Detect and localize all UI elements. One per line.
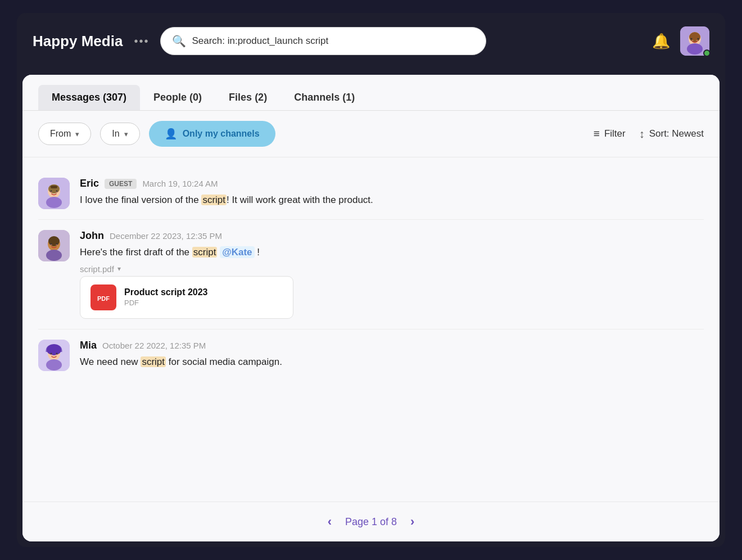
svg-point-19 [48,236,60,246]
message-author-eric: Eric [80,178,99,189]
pdf-type: PDF [124,299,208,307]
svg-point-34 [56,354,58,355]
text-before-2: Here's the first draft of the [80,247,192,258]
attachment-chevron-icon[interactable]: ▾ [117,265,121,273]
message-time-john: December 22 2023, 12:35 PM [110,231,222,241]
message-header-john: John December 22 2023, 12:35 PM [80,230,704,242]
tab-channels[interactable]: Channels (1) [280,85,368,110]
svg-point-7 [696,40,698,41]
search-input[interactable] [192,35,474,47]
app-title: Happy Media [33,33,123,50]
header-dots[interactable]: ••• [134,35,149,48]
header: Happy Media ••• 🔍 🔔 [17,13,725,69]
svg-point-16 [56,192,58,193]
sort-label: Sort: Newest [649,128,704,139]
main-content: Messages (307) People (0) Files (2) Chan… [22,75,720,541]
search-icon: 🔍 [172,34,186,48]
my-channels-label: Only my channels [183,129,260,139]
text-before-1: I love the final version of the [80,195,201,205]
message-body-eric: Eric GUEST March 19, 10:24 AM I love the… [80,178,704,209]
avatar-mia [38,340,70,371]
prev-page-button[interactable]: ‹ [328,514,332,529]
page-label: Page 1 of 8 [345,516,397,528]
sort-icon: ↕ [639,128,645,141]
message-header-eric: Eric GUEST March 19, 10:24 AM [80,178,704,189]
message-text-eric: I love the final version of the script! … [80,193,704,207]
text-after-2: ! [255,247,260,258]
messages-list: Eric GUEST March 19, 10:24 AM I love the… [22,157,720,502]
message-body-mia: Mia October 22 2022, 12:35 PM We need ne… [80,340,704,371]
svg-point-2 [689,32,700,42]
from-chevron-icon: ▾ [75,130,79,138]
svg-point-30 [46,359,62,371]
message-author-mia: Mia [80,340,97,351]
filter-right: ≡ Filter ↕ Sort: Newest [594,128,704,141]
from-label: From [50,129,71,139]
avatar-eric [38,178,70,209]
svg-point-3 [687,43,703,55]
message-item: John December 22 2023, 12:35 PM Here's t… [38,220,704,329]
bell-icon[interactable]: 🔔 [652,33,670,50]
search-bar[interactable]: 🔍 [160,27,486,55]
header-right: 🔔 [652,26,709,56]
in-chevron-icon: ▾ [124,130,128,138]
filter-lines-icon: ≡ [594,128,600,140]
tab-messages[interactable]: Messages (307) [38,85,140,110]
svg-text:PDF: PDF [97,295,110,302]
svg-point-23 [50,245,52,246]
highlight-script-3: script [141,356,166,367]
message-author-john: John [80,230,104,242]
svg-rect-14 [51,186,57,188]
next-page-button[interactable]: › [410,514,414,529]
pdf-icon: PDF [91,284,116,310]
svg-point-5 [698,38,699,40]
my-channels-icon: 👤 [165,128,177,140]
message-item: Eric GUEST March 19, 10:24 AM I love the… [38,168,704,220]
sort-action[interactable]: ↕ Sort: Newest [639,128,704,141]
mention-kate[interactable]: @Kate [220,246,254,258]
highlight-script-2: script [192,247,218,258]
from-filter[interactable]: From ▾ [38,123,91,145]
tabs-bar: Messages (307) People (0) Files (2) Chan… [22,75,720,111]
message-time-eric: March 19, 10:24 AM [142,179,218,188]
app-window: Happy Media ••• 🔍 🔔 [17,13,725,547]
svg-point-11 [46,197,62,208]
svg-point-33 [50,354,52,355]
pdf-title: Product script 2023 [124,287,208,297]
message-item: Mia October 22 2022, 12:35 PM We need ne… [38,329,704,381]
pdf-info: Product script 2023 PDF [124,287,208,307]
tab-people[interactable]: People (0) [140,85,215,110]
attachment-row: script.pdf ▾ [80,264,704,274]
svg-point-15 [50,192,52,193]
tab-files[interactable]: Files (2) [215,85,280,110]
message-text-john: Here's the first draft of the script @Ka… [80,245,704,260]
pagination: ‹ Page 1 of 8 › [22,502,720,541]
message-body-john: John December 22 2023, 12:35 PM Here's t… [80,230,704,319]
message-header-mia: Mia October 22 2022, 12:35 PM [80,340,704,351]
highlight-script-1: script [201,195,227,205]
attachment-filename: script.pdf [80,264,114,274]
avatar[interactable] [680,26,709,56]
text-after-1: ! It will work great with the product. [227,195,373,205]
in-filter[interactable]: In ▾ [100,123,139,145]
online-indicator [703,49,711,57]
text-before-3: We need new [80,356,141,367]
guest-badge: GUEST [105,179,137,189]
message-time-mia: October 22 2022, 12:35 PM [102,341,206,350]
filter-action[interactable]: ≡ Filter [594,128,626,140]
text-after-3: for social media campaign. [166,356,282,367]
filter-label: Filter [604,128,626,139]
my-channels-button[interactable]: 👤 Only my channels [149,121,275,147]
in-label: In [112,129,119,139]
svg-point-24 [56,245,58,246]
avatar-john [38,230,70,261]
filters-row: From ▾ In ▾ 👤 Only my channels ≡ Filter … [22,111,720,157]
svg-point-20 [46,250,62,261]
svg-point-6 [691,40,694,41]
svg-point-4 [691,38,693,40]
message-text-mia: We need new script for social media camp… [80,355,704,369]
pdf-card[interactable]: PDF Product script 2023 PDF [80,276,293,319]
